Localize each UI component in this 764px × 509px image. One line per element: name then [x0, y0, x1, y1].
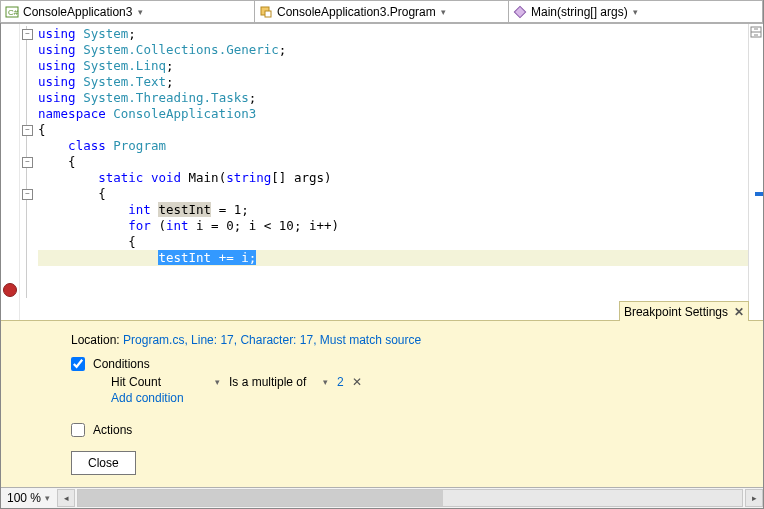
chevron-down-icon: ▾ — [136, 7, 144, 17]
code-line[interactable]: { — [38, 234, 748, 250]
horizontal-scrollbar[interactable] — [77, 489, 743, 507]
scrollbar-thumb[interactable] — [78, 490, 443, 506]
code-line[interactable]: for (int i = 0; i < 10; i++) — [38, 218, 748, 234]
csharp-icon: C# — [5, 5, 19, 19]
code-line[interactable]: using System.Collections.Generic; — [38, 42, 748, 58]
code-area[interactable]: using System;using System.Collections.Ge… — [34, 24, 748, 320]
actions-checkbox[interactable] — [71, 423, 85, 437]
conditions-checkbox[interactable] — [71, 357, 85, 371]
chevron-down-icon: ▾ — [213, 377, 221, 387]
class-label: ConsoleApplication3.Program — [277, 5, 436, 19]
breakpoint-settings-panel: Breakpoint Settings ✕ Location: Program.… — [1, 320, 763, 487]
location-label: Location: — [71, 333, 120, 347]
scope-dropdown[interactable]: C# ConsoleApplication3 ▾ — [0, 0, 255, 23]
panel-title: Breakpoint Settings — [624, 305, 728, 319]
navigation-bar: C# ConsoleApplication3 ▾ ConsoleApplicat… — [1, 1, 763, 24]
chevron-down-icon: ▾ — [321, 377, 329, 387]
change-marker — [755, 192, 763, 196]
status-bar: 100 % ▾ ◂ ▸ — [1, 487, 763, 508]
code-line[interactable]: using System; — [38, 26, 748, 42]
fold-toggle[interactable]: − — [22, 125, 33, 136]
outline-margin[interactable]: −−−− — [20, 24, 34, 320]
remove-condition-icon[interactable]: ✕ — [352, 375, 362, 389]
code-line[interactable]: using System.Threading.Tasks; — [38, 90, 748, 106]
member-dropdown[interactable]: Main(string[] args) ▾ — [508, 0, 763, 23]
code-line[interactable]: int testInt = 1; — [38, 202, 748, 218]
code-line[interactable]: { — [38, 122, 748, 138]
svg-rect-3 — [265, 11, 271, 17]
chevron-down-icon: ▾ — [43, 493, 51, 503]
close-button[interactable]: Close — [71, 451, 136, 475]
code-line[interactable]: static void Main(string[] args) — [38, 170, 748, 186]
condition-value[interactable]: 2 — [337, 375, 344, 389]
fold-toggle[interactable]: − — [22, 189, 33, 200]
scrollbar-track[interactable] — [748, 24, 763, 320]
svg-rect-4 — [514, 6, 525, 17]
fold-toggle[interactable]: − — [22, 29, 33, 40]
chevron-down-icon: ▾ — [440, 7, 448, 17]
condition-type-value: Hit Count — [111, 375, 161, 389]
code-line[interactable]: class Program — [38, 138, 748, 154]
zoom-value: 100 % — [7, 491, 41, 505]
location-link[interactable]: Program.cs, Line: 17, Character: 17, Mus… — [123, 333, 421, 347]
code-line[interactable]: testInt += i; — [38, 250, 748, 266]
code-line[interactable]: using System.Text; — [38, 74, 748, 90]
condition-operator-dropdown[interactable]: Is a multiple of ▾ — [229, 375, 329, 389]
condition-operator-value: Is a multiple of — [229, 375, 306, 389]
breakpoint-settings-tab: Breakpoint Settings ✕ — [619, 301, 749, 321]
chevron-down-icon: ▾ — [632, 7, 640, 17]
scope-label: ConsoleApplication3 — [23, 5, 132, 19]
close-icon[interactable]: ✕ — [734, 305, 744, 319]
fold-toggle[interactable]: − — [22, 157, 33, 168]
zoom-dropdown[interactable]: 100 % ▾ — [1, 491, 57, 505]
method-icon — [513, 5, 527, 19]
code-line[interactable]: { — [38, 186, 748, 202]
code-editor[interactable]: −−−− using System;using System.Collectio… — [1, 24, 763, 320]
code-line[interactable]: using System.Linq; — [38, 58, 748, 74]
code-line[interactable]: { — [38, 154, 748, 170]
condition-type-dropdown[interactable]: Hit Count ▾ — [111, 375, 221, 389]
split-editor-icon[interactable] — [750, 26, 762, 38]
class-dropdown[interactable]: ConsoleApplication3.Program ▾ — [254, 0, 509, 23]
conditions-label[interactable]: Conditions — [93, 357, 150, 371]
svg-text:C#: C# — [8, 8, 19, 17]
glyph-margin[interactable] — [1, 24, 20, 320]
scroll-left-button[interactable]: ◂ — [57, 489, 75, 507]
scroll-right-button[interactable]: ▸ — [745, 489, 763, 507]
actions-label[interactable]: Actions — [93, 423, 132, 437]
add-condition-link[interactable]: Add condition — [111, 391, 753, 405]
code-line[interactable]: namespace ConsoleApplication3 — [38, 106, 748, 122]
breakpoint-glyph[interactable] — [3, 283, 17, 297]
member-label: Main(string[] args) — [531, 5, 628, 19]
class-icon — [259, 5, 273, 19]
